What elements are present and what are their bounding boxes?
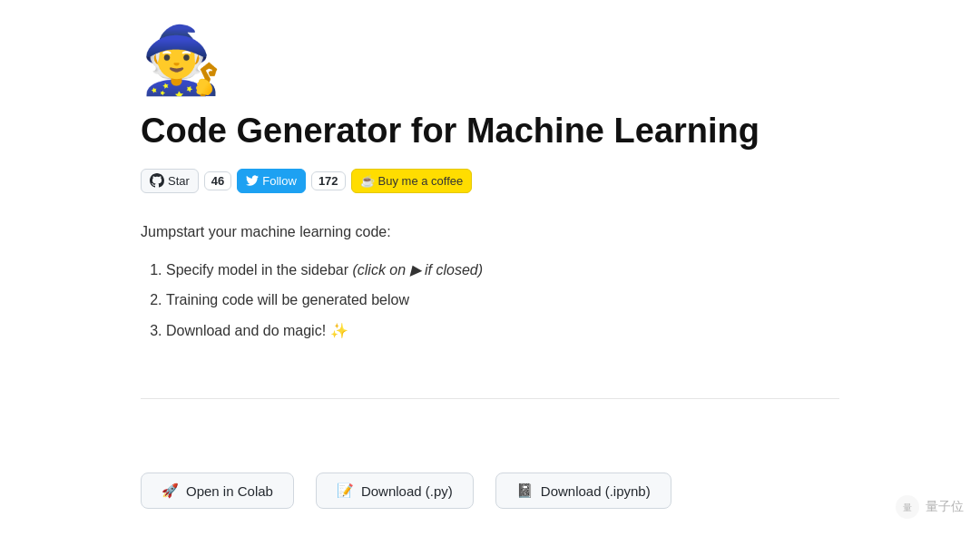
download-ipynb-icon: 📓: [516, 482, 534, 499]
download-ipynb-label: Download (.ipynb): [541, 483, 651, 499]
coffee-button[interactable]: ☕ Buy me a coffee: [351, 169, 473, 194]
download-py-icon: 📝: [337, 482, 354, 499]
watermark-logo-icon: 量: [895, 494, 920, 520]
download-py-label: Download (.py): [361, 483, 453, 499]
watermark: 量 量子位: [895, 494, 964, 520]
watermark-text: 量子位: [926, 499, 964, 515]
list-item: Specify model in the sidebar (click on ▶…: [166, 258, 839, 282]
github-star-button[interactable]: Star: [141, 169, 199, 194]
app-logo: 🧙: [141, 27, 839, 93]
star-label: Star: [168, 172, 190, 190]
twitter-icon: [246, 174, 259, 187]
download-py-button[interactable]: 📝 Download (.py): [316, 473, 474, 509]
badge-row: Star 46 Follow 172 ☕ Buy me a coffee: [141, 169, 839, 194]
coffee-icon: ☕: [360, 172, 375, 190]
step-3-text: Download and do magic! ✨: [166, 323, 348, 338]
steps-list: Specify model in the sidebar (click on ▶…: [141, 258, 839, 343]
follow-label: Follow: [262, 172, 297, 190]
step-1-italic: (click on ▶ if closed): [352, 262, 483, 278]
divider: [141, 398, 839, 399]
twitter-follow-button[interactable]: Follow: [237, 169, 306, 194]
action-buttons-row: 🚀 Open in Colab 📝 Download (.py) 📓 Downl…: [0, 473, 980, 509]
colab-icon: 🚀: [162, 482, 179, 499]
github-icon: [150, 173, 164, 188]
list-item: Training code will be generated below: [166, 288, 839, 312]
intro-text: Jumpstart your machine learning code:: [141, 220, 839, 244]
open-colab-button[interactable]: 🚀 Open in Colab: [141, 473, 294, 509]
list-item: Download and do magic! ✨: [166, 319, 839, 343]
step-2-text: Training code will be generated below: [166, 292, 409, 307]
colab-label: Open in Colab: [186, 483, 273, 499]
page-title: Code Generator for Machine Learning: [141, 111, 839, 152]
svg-text:量: 量: [903, 502, 912, 512]
download-ipynb-button[interactable]: 📓 Download (.ipynb): [495, 473, 671, 509]
step-1-text: Specify model in the sidebar: [166, 262, 352, 278]
star-count[interactable]: 46: [204, 171, 231, 190]
coffee-label: Buy me a coffee: [378, 172, 464, 190]
follow-count[interactable]: 172: [311, 171, 346, 190]
